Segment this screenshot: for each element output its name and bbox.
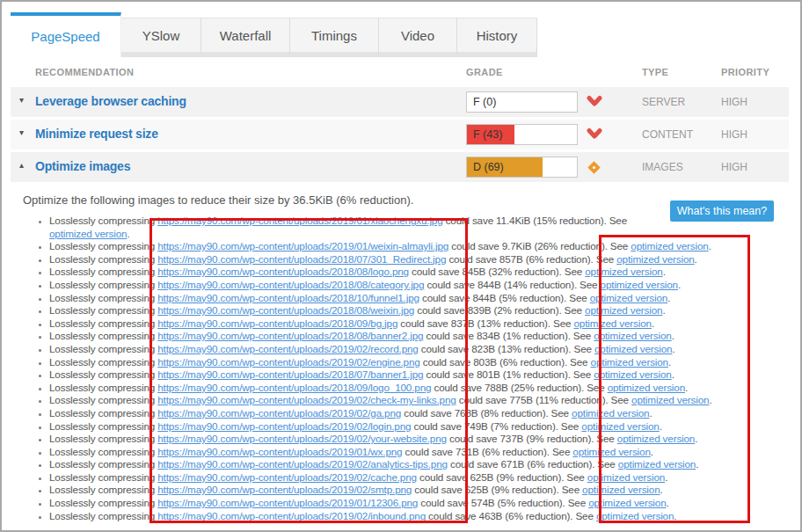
image-url-link[interactable]: https://may90.com/wp-content/uploads/201… [157,215,442,226]
image-url-link[interactable]: https://may90.com/wp-content/uploads/201… [157,394,456,405]
image-list-item: Losslessly compressing https://may90.com… [49,240,784,253]
optimize-images-detail: Optimize the following images to reduce … [11,185,789,529]
image-list-item: Losslessly compressing https://may90.com… [49,471,784,485]
optimized-version-link[interactable]: optimized version [581,420,659,432]
image-list-item: Losslessly compressing https://may90.com… [49,304,784,317]
image-url-link[interactable]: https://may90.com/wp-content/uploads/201… [157,471,417,483]
recommendation-row: ▾Leverage browser cachingF (0)SERVERHIGH [11,87,789,117]
optimized-version-link[interactable]: optimized version [594,368,671,380]
optimized-version-link[interactable]: optimized version [594,343,672,354]
expand-triangle-icon[interactable]: ▾ [19,128,24,137]
chevron-down-icon [587,128,602,142]
image-url-link[interactable]: https://may90.com/wp-content/uploads/201… [157,368,423,380]
image-url-link[interactable]: https://may90.com/wp-content/uploads/201… [157,446,402,457]
tab-pagespeed[interactable]: PageSpeed [11,12,121,57]
col-header-type: TYPE [642,67,668,77]
tab-video[interactable]: Video [379,18,457,57]
image-url-link[interactable]: https://may90.com/wp-content/uploads/201… [157,292,419,303]
image-list-item: Losslessly compressing https://may90.com… [49,510,784,523]
image-list-item: Losslessly compressing https://may90.com… [49,382,784,395]
image-url-link[interactable]: https://may90.com/wp-content/uploads/201… [157,304,414,316]
image-url-link[interactable]: https://may90.com/wp-content/uploads/201… [157,407,401,419]
image-list-item: Losslessly compressing https://may90.com… [49,458,784,471]
optimized-version-link[interactable]: optimized version [574,317,652,329]
priority-value: HIGH [721,128,747,141]
image-url-link[interactable]: https://may90.com/wp-content/uploads/201… [157,253,446,265]
image-url-link[interactable]: https://may90.com/wp-content/uploads/201… [157,497,418,508]
optimized-version-link[interactable]: optimized version [585,304,662,316]
tab-history[interactable]: History [457,18,537,57]
optimized-version-link[interactable]: optimized version [631,394,709,405]
grade-label: F (0) [473,92,496,112]
image-list-item: Losslessly compressing https://may90.com… [49,356,784,369]
image-list-item: Losslessly compressing https://may90.com… [49,433,784,446]
grade-bar: F (43) [466,124,578,145]
image-list-item: Losslessly compressing https://may90.com… [49,420,784,434]
image-list-item: Losslessly compressing https://may90.com… [49,407,784,420]
type-value: SERVER [642,96,685,108]
detail-summary: Optimize the following images to reduce … [23,193,413,207]
optimized-version-link[interactable]: optimized version [587,471,665,483]
optimized-version-link[interactable]: optimized version [572,446,650,457]
grade-bar: D (69) [466,157,578,178]
image-list-item: Losslessly compressing https://may90.com… [49,317,784,331]
optimized-version-link[interactable]: optimized version [591,356,668,368]
image-url-link[interactable]: https://may90.com/wp-content/uploads/201… [157,279,424,290]
image-url-link[interactable]: https://may90.com/wp-content/uploads/201… [157,266,409,277]
image-url-link[interactable]: https://may90.com/wp-content/uploads/201… [157,240,448,251]
type-value: IMAGES [642,161,683,173]
image-list-item: Losslessly compressing https://may90.com… [49,266,784,279]
tab-timings[interactable]: Timings [290,18,379,57]
recommendation-title[interactable]: Minimize request size [35,127,158,141]
optimized-version-link[interactable]: optimized version [608,382,685,393]
grade-bar: F (0) [466,91,578,113]
grade-label: D (69) [473,157,504,177]
image-url-link[interactable]: https://may90.com/wp-content/uploads/201… [157,458,448,470]
image-url-link[interactable]: https://may90.com/wp-content/uploads/201… [157,484,412,495]
image-url-link[interactable]: https://may90.com/wp-content/uploads/201… [157,420,411,432]
collapse-triangle-icon[interactable]: ▴ [19,160,24,170]
pagespeed-report-panel: PageSpeedYSlowWaterfallTimingsVideoHisto… [0,0,802,532]
image-list-item: Losslessly compressing https://may90.com… [49,330,784,343]
image-url-link[interactable]: https://may90.com/wp-content/uploads/201… [157,356,419,368]
image-list-item: Losslessly compressing https://may90.com… [49,446,784,459]
optimized-version-link[interactable]: optimized version [590,292,667,303]
tab-yslow[interactable]: YSlow [121,18,201,57]
image-url-link[interactable]: https://may90.com/wp-content/uploads/201… [157,510,426,521]
recommendation-title[interactable]: Leverage browser caching [35,94,186,108]
optimized-version-link[interactable]: optimized version [585,266,662,277]
image-url-link[interactable]: https://may90.com/wp-content/uploads/201… [157,330,423,341]
optimized-version-link[interactable]: optimized version [588,497,666,508]
optimized-version-link[interactable]: optimized version [572,407,649,419]
optimized-version-link[interactable]: optimized version [618,458,696,470]
optimized-version-link[interactable]: optimized version [616,253,694,265]
image-url-link[interactable]: https://may90.com/wp-content/uploads/201… [157,382,431,393]
image-url-link[interactable]: https://may90.com/wp-content/uploads/201… [157,343,418,354]
diamond-icon [587,160,602,174]
optimized-version-link[interactable]: optimized version [601,279,678,290]
optimized-version-link[interactable]: optimized version [617,433,695,444]
recommendation-row: ▴Optimize imagesD (69)IMAGESHIGH [11,152,789,182]
recommendation-rows: ▾Leverage browser cachingF (0)SERVERHIGH… [11,87,789,185]
tab-bar: PageSpeedYSlowWaterfallTimingsVideoHisto… [11,12,537,57]
optimized-version-link[interactable]: optimized version [631,240,708,251]
recommendation-title[interactable]: Optimize images [35,159,130,173]
tab-waterfall[interactable]: Waterfall [201,18,290,57]
recommendation-row: ▾Minimize request sizeF (43)CONTENTHIGH [11,120,789,149]
grade-label: F (43) [473,125,502,144]
image-list-item: Losslessly compressing https://may90.com… [49,292,784,305]
image-url-link[interactable]: https://may90.com/wp-content/uploads/201… [157,433,447,444]
optimized-version-link[interactable]: optimized version [594,330,671,341]
col-header-priority: PRIORITY [721,67,769,77]
expand-triangle-icon[interactable]: ▾ [19,95,24,105]
col-header-recommendation: RECOMMENDATION [35,67,134,77]
optimized-version-link[interactable]: optimized version [596,510,674,521]
image-list-item: Losslessly compressing https://may90.com… [49,253,784,266]
image-list-item: Losslessly compressing https://may90.com… [49,215,784,240]
optimized-version-link[interactable]: optimized version [49,228,127,239]
image-list-item: Losslessly compressing https://may90.com… [49,497,784,510]
image-url-link[interactable]: https://may90.com/wp-content/uploads/201… [157,317,397,329]
image-list: Losslessly compressing https://may90.com… [23,215,784,522]
optimized-version-link[interactable]: optimized version [582,484,660,495]
chevron-down-icon [587,95,602,109]
